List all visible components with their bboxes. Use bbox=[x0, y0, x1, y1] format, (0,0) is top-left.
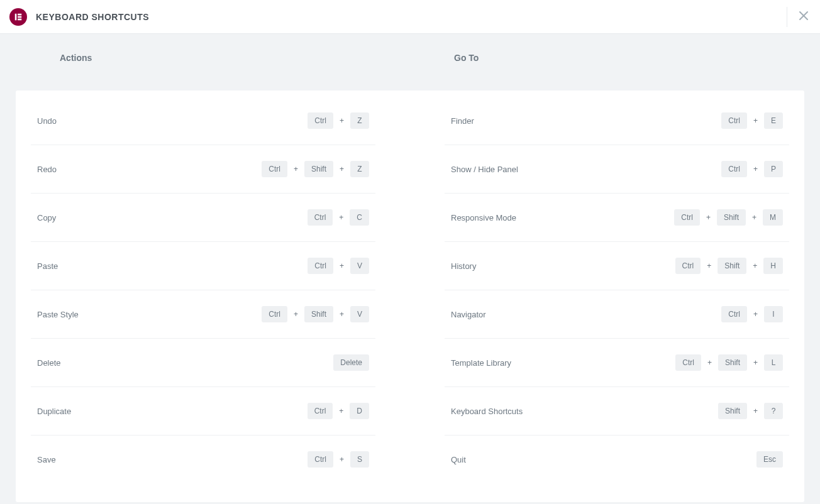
elementor-logo-icon bbox=[9, 8, 27, 26]
actions-label: Duplicate bbox=[37, 407, 71, 416]
plus-separator: + bbox=[294, 165, 298, 173]
plus-separator: + bbox=[340, 310, 344, 319]
goto-column: FinderCtrl+EShow / Hide PanelCtrl+PRespo… bbox=[410, 97, 804, 483]
key: Ctrl bbox=[675, 354, 701, 371]
goto-label: Finder bbox=[451, 116, 474, 126]
key: Shift bbox=[718, 403, 747, 419]
actions-row: UndoCtrl+Z bbox=[31, 97, 375, 145]
key: Shift bbox=[304, 161, 333, 177]
plus-separator: + bbox=[340, 165, 344, 173]
goto-label: Show / Hide Panel bbox=[451, 165, 518, 174]
actions-label: Redo bbox=[37, 165, 57, 174]
plus-separator: + bbox=[753, 358, 758, 367]
plus-separator: + bbox=[706, 213, 711, 222]
key: Shift bbox=[718, 354, 747, 371]
svg-rect-3 bbox=[18, 18, 21, 20]
goto-section-title: Go To bbox=[432, 53, 804, 63]
key: V bbox=[350, 306, 369, 322]
goto-label: History bbox=[451, 261, 476, 271]
key: Shift bbox=[718, 258, 746, 274]
key-combo: Ctrl+Shift+L bbox=[675, 354, 783, 371]
plus-separator: + bbox=[753, 310, 758, 319]
goto-row: Show / Hide PanelCtrl+P bbox=[445, 145, 789, 194]
key: Ctrl bbox=[721, 112, 747, 129]
actions-label: Undo bbox=[37, 116, 57, 126]
key-combo: Ctrl+Shift+H bbox=[675, 258, 783, 274]
key: Ctrl bbox=[721, 306, 747, 322]
actions-row: Paste StyleCtrl+Shift+V bbox=[31, 290, 375, 339]
actions-label: Delete bbox=[37, 358, 61, 368]
plus-separator: + bbox=[339, 213, 343, 222]
key-combo: Ctrl+S bbox=[308, 451, 369, 468]
key-combo: Ctrl+C bbox=[308, 209, 369, 226]
plus-separator: + bbox=[340, 261, 344, 270]
actions-row: DuplicateCtrl+D bbox=[31, 387, 375, 436]
key-combo: Esc bbox=[756, 451, 783, 468]
key: Ctrl bbox=[262, 161, 287, 177]
key: M bbox=[763, 209, 783, 226]
actions-row: PasteCtrl+V bbox=[31, 242, 375, 290]
key: Esc bbox=[756, 451, 783, 468]
plus-separator: + bbox=[707, 261, 711, 270]
goto-label: Keyboard Shortcuts bbox=[451, 407, 523, 416]
section-titles: Actions Go To bbox=[16, 53, 804, 77]
actions-row: RedoCtrl+Shift+Z bbox=[31, 145, 375, 194]
actions-label: Copy bbox=[37, 213, 56, 222]
goto-row: Responsive ModeCtrl+Shift+M bbox=[445, 194, 789, 242]
key: E bbox=[764, 112, 783, 129]
plus-separator: + bbox=[753, 407, 758, 415]
svg-rect-0 bbox=[15, 13, 17, 20]
key: ? bbox=[764, 403, 783, 419]
goto-label: Responsive Mode bbox=[451, 213, 516, 222]
key: Ctrl bbox=[308, 209, 333, 226]
plus-separator: + bbox=[339, 407, 343, 415]
svg-rect-1 bbox=[18, 13, 21, 15]
shortcuts-panel: UndoCtrl+ZRedoCtrl+Shift+ZCopyCtrl+CPast… bbox=[16, 90, 804, 502]
key: L bbox=[764, 354, 783, 371]
key: C bbox=[350, 209, 369, 226]
plus-separator: + bbox=[753, 261, 757, 270]
key: H bbox=[763, 258, 783, 274]
key: Ctrl bbox=[308, 403, 333, 419]
close-wrap bbox=[787, 0, 820, 33]
actions-section-title: Actions bbox=[38, 53, 410, 63]
actions-row: SaveCtrl+S bbox=[31, 436, 375, 483]
goto-row: Keyboard ShortcutsShift+? bbox=[445, 387, 789, 436]
actions-label: Paste Style bbox=[37, 310, 79, 319]
key: Ctrl bbox=[721, 161, 747, 177]
key: Shift bbox=[304, 306, 333, 322]
actions-label: Save bbox=[37, 455, 56, 464]
key: Ctrl bbox=[308, 451, 333, 468]
plus-separator: + bbox=[340, 455, 344, 464]
plus-separator: + bbox=[294, 310, 298, 319]
close-icon[interactable] bbox=[799, 11, 809, 23]
plus-separator: + bbox=[753, 165, 758, 173]
goto-row: FinderCtrl+E bbox=[445, 97, 789, 145]
key: S bbox=[350, 451, 369, 468]
key-combo: Ctrl+P bbox=[721, 161, 783, 177]
plus-separator: + bbox=[707, 358, 712, 367]
actions-row: CopyCtrl+C bbox=[31, 194, 375, 242]
svg-rect-2 bbox=[18, 16, 21, 18]
plus-separator: + bbox=[753, 116, 758, 125]
goto-row: NavigatorCtrl+I bbox=[445, 290, 789, 339]
key: V bbox=[350, 258, 369, 274]
key-combo: Ctrl+I bbox=[721, 306, 783, 322]
key-combo: Delete bbox=[333, 354, 369, 371]
key: P bbox=[764, 161, 783, 177]
key-combo: Ctrl+V bbox=[308, 258, 369, 274]
goto-label: Navigator bbox=[451, 310, 486, 319]
key: Ctrl bbox=[674, 209, 700, 226]
key: Shift bbox=[717, 209, 746, 226]
key: I bbox=[764, 306, 783, 322]
dialog-content: Actions Go To UndoCtrl+ZRedoCtrl+Shift+Z… bbox=[0, 34, 820, 504]
dialog-title: KEYBOARD SHORTCUTS bbox=[36, 12, 149, 22]
plus-separator: + bbox=[340, 116, 344, 125]
goto-label: Quit bbox=[451, 455, 466, 464]
key-combo: Ctrl+Shift+M bbox=[674, 209, 783, 226]
key: Ctrl bbox=[675, 258, 701, 274]
goto-row: QuitEsc bbox=[445, 436, 789, 483]
key: Delete bbox=[333, 354, 369, 371]
key: D bbox=[350, 403, 369, 419]
goto-row: Template LibraryCtrl+Shift+L bbox=[445, 339, 789, 387]
